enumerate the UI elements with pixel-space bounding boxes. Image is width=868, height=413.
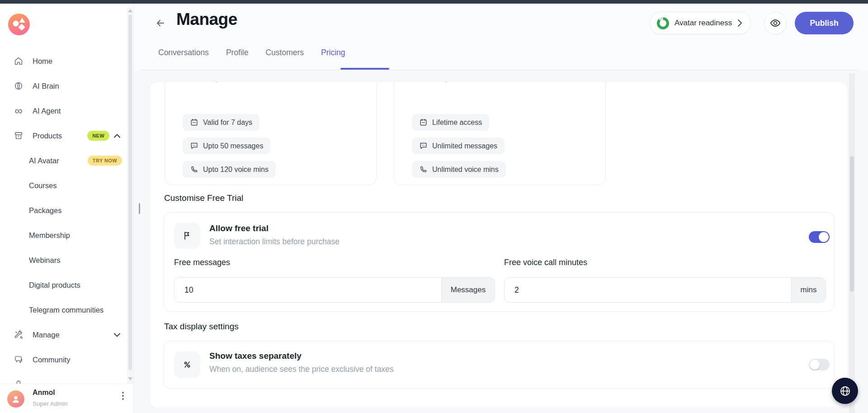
free-trial-subtitle: Set interaction limits before purchase [209, 237, 340, 247]
sidebar-item-label: Community [33, 356, 70, 364]
infinity-icon: ∞ [14, 106, 24, 116]
tab-customers[interactable]: Customers [265, 48, 304, 62]
free-voice-minutes-label: Free voice call minutes [504, 258, 587, 267]
sidebar-item-telegram-communities[interactable]: Telegram communities [0, 298, 134, 322]
sidebar-resize-handle[interactable] [139, 203, 140, 214]
free-trial-title: Allow free trial [209, 223, 269, 233]
free-messages-suffix: Messages [441, 278, 495, 302]
readiness-label: Avatar readiness [675, 19, 732, 28]
readiness-ring-icon [657, 17, 669, 29]
user-role: Super Admin [33, 400, 67, 407]
free-trial-toggle[interactable] [809, 231, 830, 243]
scroll-up-arrow-icon[interactable] [128, 9, 132, 12]
sidebar-item-label: Home [33, 57, 52, 66]
page-title: Manage [176, 10, 237, 29]
free-messages-field: Messages [174, 277, 495, 303]
sidebar-scrollbar-thumb[interactable] [128, 14, 132, 370]
tab-bar: Conversations Profile Customers Pricing [158, 48, 345, 62]
sidebar: Home AI Brain ∞ AI Agent Products NEW AI… [0, 4, 134, 413]
back-button[interactable] [154, 16, 167, 30]
try-now-badge: TRY NOW [88, 156, 122, 166]
person-icon [14, 379, 24, 384]
sidebar-item-label: AI Agent [33, 107, 61, 115]
plan-feature: Lifetime access [412, 114, 489, 131]
sidebar-item-products[interactable]: Products NEW [0, 123, 134, 148]
free-trial-card: Allow free trial Set interaction limits … [163, 212, 835, 312]
sidebar-item-label: Products [33, 132, 62, 140]
message-icon [190, 142, 198, 150]
sidebar-item-membership[interactable]: Membership [0, 223, 134, 247]
archive-icon [14, 131, 24, 141]
calendar-icon [419, 118, 428, 127]
sidebar-item-label: AI Avatar [29, 157, 59, 165]
tools-icon [14, 330, 24, 340]
calendar-icon [190, 118, 198, 127]
phone-icon [419, 165, 428, 174]
main-scrollbar-thumb[interactable] [850, 156, 854, 292]
sidebar-item-home[interactable]: Home [0, 49, 134, 73]
brain-icon [14, 81, 24, 91]
sidebar-item-manage[interactable]: Manage [0, 323, 134, 347]
tax-settings-heading: Tax display settings [164, 322, 239, 332]
app-logo[interactable] [8, 14, 30, 35]
preview-button[interactable] [764, 12, 787, 34]
sidebar-item-label: Telegram communities [29, 306, 104, 314]
sidebar-item-label: AI Brain [33, 82, 59, 90]
plan-card: One time purchase Valid for 7 days Upto … [165, 81, 377, 185]
message-icon [419, 142, 428, 150]
sidebar-item-webinars[interactable]: Webinars [0, 248, 134, 272]
free-voice-minutes-field: mins [504, 277, 826, 303]
avatar[interactable] [7, 390, 24, 408]
sidebar-item-label: Manage [33, 331, 60, 339]
plan-card: One time purchase Lifetime access Unlimi… [394, 81, 606, 185]
plan-feature: Unlimited voice mins [412, 161, 506, 178]
language-fab[interactable] [832, 378, 858, 404]
plan-feature: Upto 50 messages [183, 138, 270, 154]
tax-toggle[interactable] [809, 359, 830, 370]
sidebar-item-ai-avatar[interactable]: AI Avatar TRY NOW [0, 148, 134, 173]
sidebar-item-courses[interactable]: Courses [0, 173, 134, 198]
free-messages-label: Free messages [174, 258, 230, 267]
sidebar-item-digital-products[interactable]: Digital products [0, 273, 134, 297]
sidebar-item-partial[interactable] [0, 370, 134, 384]
pricing-content: One time purchase Valid for 7 days Upto … [149, 81, 848, 408]
sidebar-item-label: Courses [29, 181, 57, 190]
tab-pricing[interactable]: Pricing [321, 48, 345, 62]
sidebar-item-ai-agent[interactable]: ∞ AI Agent [0, 99, 134, 123]
sidebar-item-label: Packages [29, 206, 61, 215]
chevron-right-icon [737, 19, 742, 27]
phone-icon [190, 165, 198, 174]
tax-toggle-title: Show taxes separately [209, 351, 302, 361]
sidebar-item-ai-brain[interactable]: AI Brain [0, 74, 134, 98]
percent-icon [182, 359, 193, 370]
window-top-bar [0, 0, 868, 4]
flag-icon [182, 230, 193, 241]
free-messages-input[interactable] [175, 278, 441, 302]
tax-toggle-subtitle: When on, audience sees the price exclusi… [209, 365, 394, 374]
avatar-readiness-button[interactable]: Avatar readiness [650, 12, 751, 34]
free-voice-minutes-input[interactable] [505, 278, 791, 302]
sidebar-item-label: Membership [29, 231, 70, 240]
back-arrow-icon [155, 18, 166, 28]
tax-settings-card: Show taxes separately When on, audience … [163, 341, 835, 389]
sidebar-item-community[interactable]: Community [0, 347, 134, 372]
kebab-menu-icon[interactable] [118, 389, 127, 403]
tab-profile[interactable]: Profile [226, 48, 249, 62]
eye-icon [769, 17, 781, 29]
plan-feature: Upto 120 voice mins [183, 161, 276, 178]
globe-icon [839, 385, 851, 397]
publish-button[interactable]: Publish [795, 12, 854, 34]
plan-note: One time purchase [183, 81, 248, 83]
chevron-up-icon [114, 134, 120, 138]
flag-tile [174, 223, 200, 249]
sidebar-item-packages[interactable]: Packages [0, 198, 134, 223]
free-voice-minutes-suffix: mins [791, 278, 826, 302]
free-trial-heading: Customise Free Trial [164, 193, 243, 203]
chat-bubbles-icon [14, 355, 24, 365]
plan-feature: Unlimited messages [412, 138, 505, 154]
tab-conversations[interactable]: Conversations [158, 48, 209, 62]
header-divider [140, 70, 858, 70]
user-name: Anmol [33, 389, 55, 397]
sidebar-item-label: Digital products [29, 281, 80, 290]
scroll-down-arrow-icon[interactable] [128, 377, 132, 380]
